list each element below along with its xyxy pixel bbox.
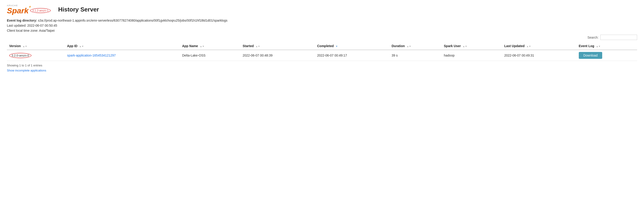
search-input[interactable] bbox=[600, 35, 637, 40]
cell-app-name: Delta-Lake-OSS bbox=[180, 50, 240, 61]
col-started[interactable]: Started ▲▼ bbox=[240, 42, 315, 50]
sort-app-name-icon[interactable]: ▲▼ bbox=[200, 45, 204, 48]
col-completed-label: Completed bbox=[317, 44, 334, 48]
table-body: 3.2.0-amzn-0spark-application-1654534121… bbox=[7, 50, 637, 61]
col-event-log-label: Event Log bbox=[579, 44, 594, 48]
col-version-label: Version bbox=[9, 44, 21, 48]
sort-completed-icon[interactable]: ▼ bbox=[336, 45, 338, 48]
sort-event-log-icon[interactable]: ▲▼ bbox=[596, 45, 600, 48]
spark-text-row: Spark ✦ 3.1.2-amzn-1 bbox=[7, 7, 51, 15]
sort-app-id-icon[interactable]: ▲▼ bbox=[79, 45, 84, 48]
spark-word: Spark ✦ bbox=[7, 7, 29, 15]
last-updated-info: Last updated: 2022-06-07 00:50:45 bbox=[7, 24, 637, 27]
search-bar: Search: bbox=[7, 35, 637, 40]
page-header: APACHE Spark ✦ 3.1.2-amzn-1 History Serv… bbox=[7, 5, 637, 15]
version-badge: 3.1.2-amzn-1 bbox=[30, 8, 51, 13]
download-button[interactable]: Download bbox=[579, 52, 602, 59]
sort-version-icon[interactable]: ▲▼ bbox=[22, 45, 27, 48]
col-duration[interactable]: Duration ▲▼ bbox=[389, 42, 442, 50]
col-app-name[interactable]: App Name ▲▼ bbox=[180, 42, 240, 50]
timezone-label: Client local time zone: bbox=[7, 29, 38, 32]
col-app-name-label: App Name bbox=[182, 44, 198, 48]
event-log-value: s3a://prod.ap-northeast-1.appinfo.src/em… bbox=[38, 19, 228, 22]
spark-logo: APACHE Spark ✦ 3.1.2-amzn-1 bbox=[7, 5, 52, 15]
col-version[interactable]: Version ▲▼ bbox=[7, 42, 65, 50]
info-section: Event log directory: s3a://prod.ap-north… bbox=[7, 19, 637, 32]
sort-duration-icon[interactable]: ▲▼ bbox=[406, 45, 411, 48]
cell-spark-user: hadoop bbox=[442, 50, 502, 61]
cell-event-log: Download bbox=[576, 50, 637, 61]
sort-spark-user-icon[interactable]: ▲▼ bbox=[462, 45, 467, 48]
show-incomplete-link[interactable]: Show incomplete applications bbox=[7, 69, 46, 72]
col-last-updated-label: Last Updated bbox=[504, 44, 524, 48]
table-row: 3.2.0-amzn-0spark-application-1654534121… bbox=[7, 50, 637, 61]
cell-duration: 39 s bbox=[389, 50, 442, 61]
timezone-info: Client local time zone: Asia/Taipei bbox=[7, 29, 637, 32]
col-completed[interactable]: Completed ▼ bbox=[315, 42, 389, 50]
cell-last-updated: 2022-06-07 00:49:31 bbox=[502, 50, 576, 61]
table-header: Version ▲▼ App ID ▲▼ App Name ▲▼ Started… bbox=[7, 42, 637, 50]
col-spark-user-label: Spark User bbox=[444, 44, 461, 48]
table-header-row: Version ▲▼ App ID ▲▼ App Name ▲▼ Started… bbox=[7, 42, 637, 50]
cell-version: 3.2.0-amzn-0 bbox=[7, 50, 65, 61]
last-updated-label: Last updated: bbox=[7, 24, 26, 27]
sort-started-icon[interactable]: ▲▼ bbox=[256, 45, 260, 48]
last-updated-value: 2022-06-07 00:50:45 bbox=[27, 24, 57, 27]
applications-table: Version ▲▼ App ID ▲▼ App Name ▲▼ Started… bbox=[7, 42, 637, 61]
cell-started: 2022-06-07 00:48:39 bbox=[240, 50, 315, 61]
star-icon: ✦ bbox=[28, 5, 31, 9]
spark-logo-wrapper: APACHE Spark ✦ 3.1.2-amzn-1 bbox=[7, 5, 51, 15]
sort-last-updated-icon[interactable]: ▲▼ bbox=[526, 45, 531, 48]
version-badge-cell: 3.2.0-amzn-0 bbox=[9, 53, 32, 58]
event-log-dir: Event log directory: s3a://prod.ap-north… bbox=[7, 19, 637, 22]
entry-count: Showing 1 to 1 of 1 entries bbox=[7, 64, 637, 67]
col-app-id-label: App ID bbox=[67, 44, 78, 48]
col-app-id[interactable]: App ID ▲▼ bbox=[65, 42, 180, 50]
col-duration-label: Duration bbox=[392, 44, 405, 48]
cell-app-id: spark-application-1654534121297 bbox=[65, 50, 180, 61]
timezone-value: Asia/Taipei bbox=[39, 29, 55, 32]
col-event-log[interactable]: Event Log ▲▼ bbox=[576, 42, 637, 50]
search-label: Search: bbox=[588, 36, 598, 39]
cell-completed: 2022-06-07 00:49:17 bbox=[315, 50, 389, 61]
col-started-label: Started bbox=[243, 44, 254, 48]
col-last-updated[interactable]: Last Updated ▲▼ bbox=[502, 42, 576, 50]
app-id-link[interactable]: spark-application-1654534121297 bbox=[67, 54, 116, 57]
event-log-label: Event log directory: bbox=[7, 19, 37, 22]
col-spark-user[interactable]: Spark User ▲▼ bbox=[442, 42, 502, 50]
page-title: History Server bbox=[58, 6, 99, 13]
